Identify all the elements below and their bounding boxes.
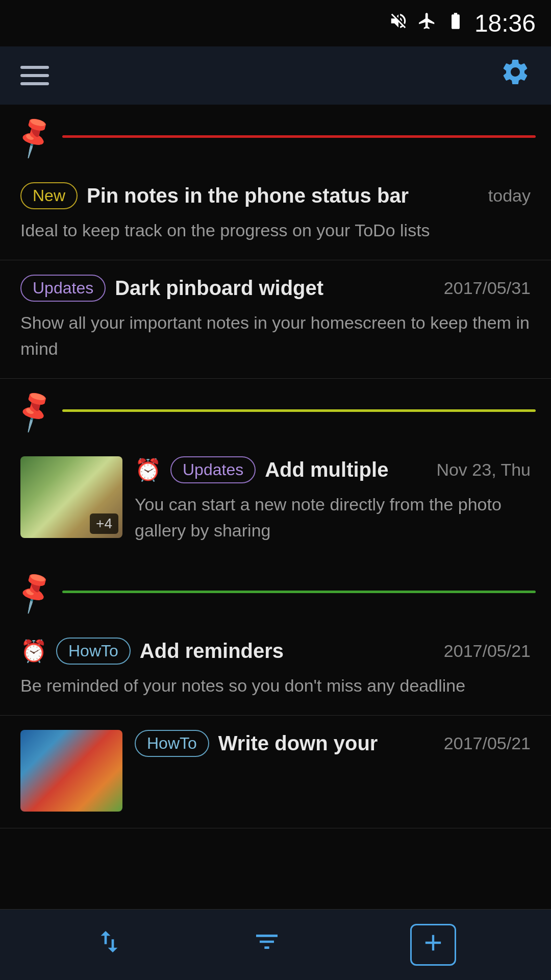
- battery-icon: [446, 11, 465, 35]
- note-header: New Pin notes in the phone status bar to…: [20, 182, 531, 209]
- note-date: 2017/05/31: [444, 278, 531, 298]
- note-content-right: ⏰ Updates Add multiple Nov 23, Thu You c…: [135, 456, 531, 544]
- note-header: Updates Dark pinboard widget 2017/05/31: [20, 275, 531, 302]
- note-title: Pin notes in the phone status bar: [87, 184, 409, 207]
- note-date: 2017/05/21: [444, 641, 531, 661]
- bottom-bar: [0, 909, 551, 980]
- sort-button[interactable]: [95, 927, 123, 963]
- note-card-pin-status[interactable]: New Pin notes in the phone status bar to…: [0, 168, 551, 260]
- airplane-icon: [417, 11, 437, 35]
- thumbnail-badge: +4: [90, 513, 118, 534]
- note-body: Show all your important notes in your ho…: [20, 310, 531, 362]
- mute-icon: [389, 11, 408, 35]
- note-thumbnail-food: +4: [20, 456, 122, 538]
- note-date: Nov 23, Thu: [436, 460, 531, 480]
- pin-divider-yellow: 📌: [0, 379, 551, 442]
- filter-button[interactable]: [253, 927, 281, 963]
- tag-new: New: [20, 182, 78, 209]
- top-bar: [0, 46, 551, 105]
- note-card-write-down[interactable]: HowTo Write down your 2017/05/21: [0, 716, 551, 828]
- main-content: 📌 New Pin notes in the phone status bar …: [0, 105, 551, 910]
- pin-line-green: [62, 591, 536, 593]
- pin-line-yellow: [62, 409, 536, 412]
- pin-icon-red: 📌: [9, 112, 58, 161]
- note-body: Be reminded of your notes so you don't m…: [20, 673, 531, 699]
- tag-updates: Updates: [170, 456, 256, 483]
- pin-divider-green: 📌: [0, 560, 551, 623]
- settings-icon[interactable]: [500, 57, 531, 94]
- note-header: HowTo Write down your 2017/05/21: [135, 730, 531, 757]
- note-header: ⏰ HowTo Add reminders 2017/05/21: [20, 638, 531, 665]
- note-card-add-multiple[interactable]: +4 ⏰ Updates Add multiple Nov 23, Thu Yo…: [0, 442, 551, 560]
- status-bar: 18:36: [0, 0, 551, 46]
- add-button[interactable]: [410, 924, 456, 966]
- note-header: ⏰ Updates Add multiple Nov 23, Thu: [135, 456, 531, 483]
- status-icons: 18:36: [389, 9, 536, 37]
- pin-divider-red: 📌: [0, 105, 551, 168]
- note-card-dark-pinboard[interactable]: Updates Dark pinboard widget 2017/05/31 …: [0, 260, 551, 379]
- note-body: You can start a new note directly from t…: [135, 492, 531, 544]
- note-title: Dark pinboard widget: [115, 277, 323, 300]
- alarm-icon: ⏰: [20, 639, 47, 664]
- note-title: Write down your: [218, 732, 378, 755]
- menu-icon[interactable]: [20, 66, 49, 85]
- note-date: 2017/05/21: [444, 733, 531, 753]
- note-title: Add multiple: [265, 458, 388, 481]
- tag-howto: HowTo: [56, 638, 131, 665]
- pin-icon-green: 📌: [9, 568, 58, 616]
- tag-updates: Updates: [20, 275, 106, 302]
- pin-line-red: [62, 135, 536, 138]
- alarm-icon: ⏰: [135, 457, 161, 482]
- pin-icon-yellow: 📌: [9, 386, 58, 435]
- note-card-add-reminders[interactable]: ⏰ HowTo Add reminders 2017/05/21 Be remi…: [0, 623, 551, 716]
- note-date: today: [488, 186, 531, 206]
- note-content-right: HowTo Write down your 2017/05/21: [135, 730, 531, 812]
- tag-howto: HowTo: [135, 730, 209, 757]
- status-time: 18:36: [474, 9, 536, 37]
- note-body: Ideal to keep track on the progress on y…: [20, 217, 531, 243]
- note-thumbnail-books: [20, 730, 122, 812]
- note-title: Add reminders: [140, 640, 284, 663]
